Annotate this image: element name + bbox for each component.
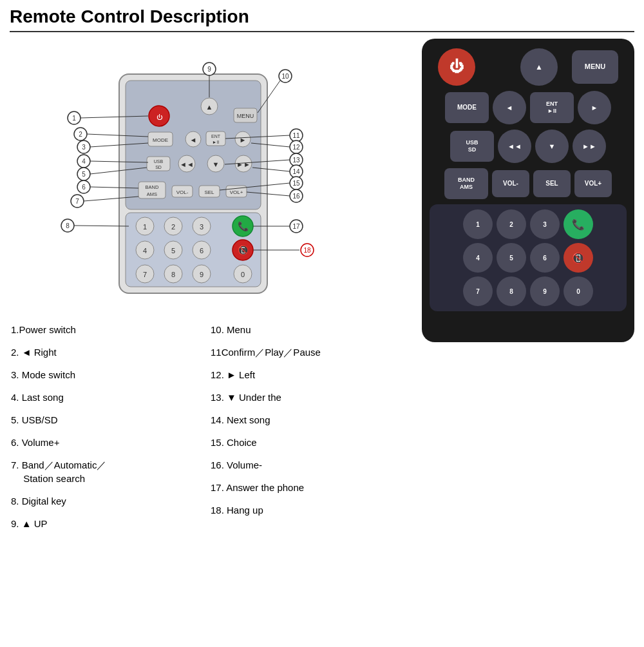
svg-text:12: 12: [292, 144, 300, 151]
desc-item-6: 6. Volume+: [10, 432, 209, 453]
desc-item-16: 16. Volume-: [209, 454, 409, 476]
svg-text:17: 17: [292, 223, 300, 230]
sel-btn[interactable]: SEL: [533, 170, 571, 197]
svg-text:18: 18: [303, 247, 311, 254]
svg-text:0: 0: [241, 271, 245, 278]
remote-photo: ⏻ ▲ MENU MODE ◄ ENT►II ► USBSD ◄◄ ▼ ►►: [422, 39, 634, 342]
next-btn[interactable]: ►►: [573, 130, 606, 163]
page-container: Remote Control Description ⏻: [0, 0, 644, 647]
desc-item-8: 8. Digital key: [10, 490, 209, 512]
remote-diagram: ⏻ MENU ▲ MODE ◄ ENT ►II: [10, 39, 338, 309]
svg-text:VOL+: VOL+: [230, 189, 243, 195]
svg-text:5: 5: [82, 171, 86, 178]
key-8-btn[interactable]: 8: [497, 276, 526, 306]
svg-text:4: 4: [143, 247, 147, 255]
desc-item-17: 17. Answer the phone: [209, 477, 409, 498]
svg-text:9: 9: [200, 271, 204, 278]
svg-text:SD: SD: [155, 165, 162, 169]
svg-text:►►: ►►: [236, 160, 251, 168]
numpad-row-2: 4 5 6 📵: [435, 243, 621, 273]
svg-text:MODE: MODE: [153, 137, 168, 143]
ent-btn[interactable]: ENT►II: [530, 92, 574, 123]
description-list: 1.Power switch 2. ◄ Right 3. Mode switch…: [10, 319, 409, 534]
svg-text:15: 15: [292, 180, 300, 187]
content-area: ⏻ MENU ▲ MODE ◄ ENT ►II: [10, 39, 634, 534]
svg-text:7: 7: [143, 271, 147, 278]
svg-text:11: 11: [292, 132, 300, 139]
key-2-btn[interactable]: 2: [497, 209, 526, 239]
svg-text:3: 3: [200, 223, 204, 231]
desc-item-2: 2. ◄ Right: [10, 342, 209, 363]
volminus-btn[interactable]: VOL-: [492, 170, 529, 197]
svg-text:2: 2: [79, 131, 82, 138]
svg-text:📞: 📞: [238, 221, 249, 232]
key-9-btn[interactable]: 9: [530, 276, 560, 306]
right-btn[interactable]: ►: [578, 91, 611, 124]
svg-text:13: 13: [292, 157, 300, 164]
desc-item-1: 1.Power switch: [10, 319, 209, 340]
down-btn[interactable]: ▼: [535, 130, 569, 163]
remote-row-3: USBSD ◄◄ ▼ ►►: [430, 130, 627, 163]
svg-text:2: 2: [171, 223, 175, 231]
power-btn[interactable]: ⏻: [438, 48, 475, 86]
desc-item-3: 3. Mode switch: [10, 364, 209, 385]
svg-text:8: 8: [171, 271, 175, 278]
remote-row-1: ⏻ ▲ MENU: [430, 48, 627, 86]
svg-text:BAND: BAND: [146, 184, 159, 190]
svg-text:7: 7: [75, 198, 79, 205]
mode-btn[interactable]: MODE: [445, 92, 489, 123]
key-3-btn[interactable]: 3: [530, 209, 560, 239]
hangup-btn[interactable]: 📵: [564, 243, 593, 273]
usbsd-btn[interactable]: USBSD: [450, 131, 494, 162]
left-btn[interactable]: ◄: [493, 91, 526, 124]
svg-text:6: 6: [82, 184, 86, 191]
svg-text:⏻: ⏻: [156, 114, 163, 121]
svg-text:1: 1: [143, 223, 147, 231]
desc-col-right: 10. Menu 11Confirm／Play／Pause 12. ► Left…: [209, 319, 409, 534]
svg-text:3: 3: [82, 144, 86, 151]
svg-text:9: 9: [207, 66, 211, 73]
desc-item-15: 15. Choice: [209, 432, 409, 453]
svg-text:8: 8: [66, 222, 70, 229]
page-title: Remote Control Description: [10, 6, 634, 32]
desc-item-9: 9. ▲ UP: [10, 513, 209, 534]
svg-text:14: 14: [292, 168, 300, 175]
key-4-btn[interactable]: 4: [463, 243, 493, 273]
menu-btn[interactable]: MENU: [572, 50, 618, 84]
desc-item-14: 14. Next song: [209, 409, 409, 430]
desc-item-12: 12. ► Left: [209, 364, 409, 385]
svg-text:▲: ▲: [206, 103, 213, 111]
svg-text:1: 1: [72, 115, 76, 122]
key-6-btn[interactable]: 6: [530, 243, 560, 273]
volplus-btn[interactable]: VOL+: [574, 170, 612, 197]
numpad-section: 1 2 3 📞 4 5 6 📵 7 8 9 0: [430, 204, 627, 311]
left-section: ⏻ MENU ▲ MODE ◄ ENT ►II: [10, 39, 409, 534]
desc-item-18: 18. Hang up: [209, 499, 409, 521]
answer-btn[interactable]: 📞: [564, 209, 593, 239]
svg-text:MENU: MENU: [237, 113, 254, 119]
key-5-btn[interactable]: 5: [497, 243, 526, 273]
svg-text:AMS: AMS: [147, 191, 157, 197]
key-7-btn[interactable]: 7: [463, 276, 493, 306]
numpad-row-1: 1 2 3 📞: [435, 209, 621, 239]
svg-text:◄◄: ◄◄: [180, 160, 194, 168]
desc-item-13: 13. ▼ Under the: [209, 387, 409, 408]
numpad-row-3: 7 8 9 0: [435, 276, 621, 306]
desc-item-4: 4. Last song: [10, 387, 209, 408]
up-btn[interactable]: ▲: [520, 48, 558, 86]
desc-item-7: 7. Band／Automatic／ Station search: [10, 454, 209, 489]
svg-text:5: 5: [171, 247, 175, 255]
key-0-btn[interactable]: 0: [564, 276, 593, 306]
desc-item-11: 11Confirm／Play／Pause: [209, 342, 409, 363]
power-icon: ⏻: [450, 59, 464, 75]
svg-text:▼: ▼: [213, 160, 220, 168]
desc-item-10: 10. Menu: [209, 319, 409, 340]
svg-text:SEL: SEL: [204, 189, 214, 195]
key-1-btn[interactable]: 1: [463, 209, 493, 239]
prev-btn[interactable]: ◄◄: [498, 130, 531, 163]
svg-text:6: 6: [200, 247, 204, 255]
band-btn[interactable]: BANDAMS: [444, 168, 488, 199]
desc-item-5: 5. USB/SD: [10, 409, 209, 430]
remote-row-2: MODE ◄ ENT►II ►: [430, 91, 627, 124]
svg-text:►II: ►II: [213, 140, 220, 144]
